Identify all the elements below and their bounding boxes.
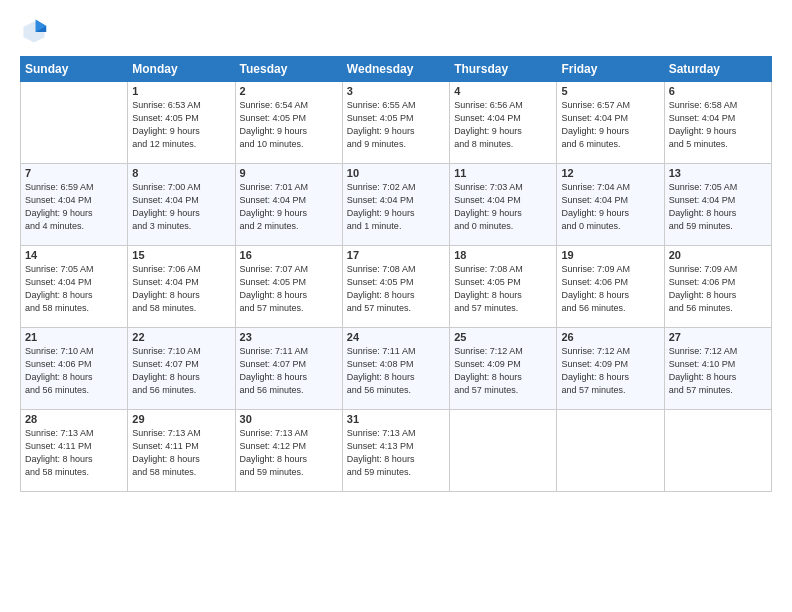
day-number: 27 bbox=[669, 331, 767, 343]
day-number: 15 bbox=[132, 249, 230, 261]
day-info: Sunrise: 7:08 AMSunset: 4:05 PMDaylight:… bbox=[347, 263, 445, 315]
day-info: Sunrise: 6:59 AMSunset: 4:04 PMDaylight:… bbox=[25, 181, 123, 233]
day-info: Sunrise: 7:12 AMSunset: 4:09 PMDaylight:… bbox=[454, 345, 552, 397]
day-info: Sunrise: 7:07 AMSunset: 4:05 PMDaylight:… bbox=[240, 263, 338, 315]
calendar-cell bbox=[21, 82, 128, 164]
day-info: Sunrise: 7:00 AMSunset: 4:04 PMDaylight:… bbox=[132, 181, 230, 233]
day-info: Sunrise: 6:58 AMSunset: 4:04 PMDaylight:… bbox=[669, 99, 767, 151]
day-info: Sunrise: 6:56 AMSunset: 4:04 PMDaylight:… bbox=[454, 99, 552, 151]
day-info: Sunrise: 7:12 AMSunset: 4:09 PMDaylight:… bbox=[561, 345, 659, 397]
calendar-cell: 29Sunrise: 7:13 AMSunset: 4:11 PMDayligh… bbox=[128, 410, 235, 492]
day-number: 20 bbox=[669, 249, 767, 261]
calendar-cell bbox=[557, 410, 664, 492]
day-number: 13 bbox=[669, 167, 767, 179]
day-info: Sunrise: 7:05 AMSunset: 4:04 PMDaylight:… bbox=[25, 263, 123, 315]
day-info: Sunrise: 7:08 AMSunset: 4:05 PMDaylight:… bbox=[454, 263, 552, 315]
day-info: Sunrise: 7:12 AMSunset: 4:10 PMDaylight:… bbox=[669, 345, 767, 397]
weekday-header-thursday: Thursday bbox=[450, 57, 557, 82]
day-number: 25 bbox=[454, 331, 552, 343]
calendar-cell bbox=[664, 410, 771, 492]
day-number: 1 bbox=[132, 85, 230, 97]
calendar-cell: 27Sunrise: 7:12 AMSunset: 4:10 PMDayligh… bbox=[664, 328, 771, 410]
day-number: 11 bbox=[454, 167, 552, 179]
day-info: Sunrise: 7:03 AMSunset: 4:04 PMDaylight:… bbox=[454, 181, 552, 233]
day-number: 6 bbox=[669, 85, 767, 97]
day-info: Sunrise: 7:10 AMSunset: 4:07 PMDaylight:… bbox=[132, 345, 230, 397]
calendar-cell: 1Sunrise: 6:53 AMSunset: 4:05 PMDaylight… bbox=[128, 82, 235, 164]
day-number: 3 bbox=[347, 85, 445, 97]
day-info: Sunrise: 7:02 AMSunset: 4:04 PMDaylight:… bbox=[347, 181, 445, 233]
day-number: 17 bbox=[347, 249, 445, 261]
calendar-cell: 19Sunrise: 7:09 AMSunset: 4:06 PMDayligh… bbox=[557, 246, 664, 328]
weekday-header-friday: Friday bbox=[557, 57, 664, 82]
day-number: 16 bbox=[240, 249, 338, 261]
calendar-cell: 2Sunrise: 6:54 AMSunset: 4:05 PMDaylight… bbox=[235, 82, 342, 164]
weekday-header-saturday: Saturday bbox=[664, 57, 771, 82]
calendar-cell: 9Sunrise: 7:01 AMSunset: 4:04 PMDaylight… bbox=[235, 164, 342, 246]
day-number: 8 bbox=[132, 167, 230, 179]
day-info: Sunrise: 7:09 AMSunset: 4:06 PMDaylight:… bbox=[561, 263, 659, 315]
calendar-cell: 11Sunrise: 7:03 AMSunset: 4:04 PMDayligh… bbox=[450, 164, 557, 246]
day-info: Sunrise: 6:55 AMSunset: 4:05 PMDaylight:… bbox=[347, 99, 445, 151]
day-number: 31 bbox=[347, 413, 445, 425]
day-info: Sunrise: 7:09 AMSunset: 4:06 PMDaylight:… bbox=[669, 263, 767, 315]
day-info: Sunrise: 7:13 AMSunset: 4:11 PMDaylight:… bbox=[25, 427, 123, 479]
day-info: Sunrise: 6:57 AMSunset: 4:04 PMDaylight:… bbox=[561, 99, 659, 151]
day-number: 30 bbox=[240, 413, 338, 425]
calendar-week-row: 28Sunrise: 7:13 AMSunset: 4:11 PMDayligh… bbox=[21, 410, 772, 492]
day-info: Sunrise: 7:11 AMSunset: 4:08 PMDaylight:… bbox=[347, 345, 445, 397]
calendar-cell: 23Sunrise: 7:11 AMSunset: 4:07 PMDayligh… bbox=[235, 328, 342, 410]
calendar-cell: 30Sunrise: 7:13 AMSunset: 4:12 PMDayligh… bbox=[235, 410, 342, 492]
day-number: 7 bbox=[25, 167, 123, 179]
calendar-cell: 5Sunrise: 6:57 AMSunset: 4:04 PMDaylight… bbox=[557, 82, 664, 164]
calendar-cell: 17Sunrise: 7:08 AMSunset: 4:05 PMDayligh… bbox=[342, 246, 449, 328]
day-number: 4 bbox=[454, 85, 552, 97]
calendar-cell: 4Sunrise: 6:56 AMSunset: 4:04 PMDaylight… bbox=[450, 82, 557, 164]
day-number: 29 bbox=[132, 413, 230, 425]
calendar-cell: 22Sunrise: 7:10 AMSunset: 4:07 PMDayligh… bbox=[128, 328, 235, 410]
day-info: Sunrise: 6:53 AMSunset: 4:05 PMDaylight:… bbox=[132, 99, 230, 151]
page: SundayMondayTuesdayWednesdayThursdayFrid… bbox=[0, 0, 792, 612]
day-info: Sunrise: 7:04 AMSunset: 4:04 PMDaylight:… bbox=[561, 181, 659, 233]
calendar-cell: 10Sunrise: 7:02 AMSunset: 4:04 PMDayligh… bbox=[342, 164, 449, 246]
calendar-cell: 24Sunrise: 7:11 AMSunset: 4:08 PMDayligh… bbox=[342, 328, 449, 410]
day-number: 23 bbox=[240, 331, 338, 343]
calendar-cell: 3Sunrise: 6:55 AMSunset: 4:05 PMDaylight… bbox=[342, 82, 449, 164]
calendar-cell: 12Sunrise: 7:04 AMSunset: 4:04 PMDayligh… bbox=[557, 164, 664, 246]
day-number: 28 bbox=[25, 413, 123, 425]
calendar-cell: 18Sunrise: 7:08 AMSunset: 4:05 PMDayligh… bbox=[450, 246, 557, 328]
header bbox=[20, 18, 772, 46]
weekday-header-row: SundayMondayTuesdayWednesdayThursdayFrid… bbox=[21, 57, 772, 82]
calendar-cell: 13Sunrise: 7:05 AMSunset: 4:04 PMDayligh… bbox=[664, 164, 771, 246]
calendar-cell: 28Sunrise: 7:13 AMSunset: 4:11 PMDayligh… bbox=[21, 410, 128, 492]
day-info: Sunrise: 7:13 AMSunset: 4:12 PMDaylight:… bbox=[240, 427, 338, 479]
calendar-cell: 21Sunrise: 7:10 AMSunset: 4:06 PMDayligh… bbox=[21, 328, 128, 410]
day-info: Sunrise: 7:10 AMSunset: 4:06 PMDaylight:… bbox=[25, 345, 123, 397]
day-number: 26 bbox=[561, 331, 659, 343]
calendar-cell: 15Sunrise: 7:06 AMSunset: 4:04 PMDayligh… bbox=[128, 246, 235, 328]
weekday-header-tuesday: Tuesday bbox=[235, 57, 342, 82]
day-number: 12 bbox=[561, 167, 659, 179]
day-number: 10 bbox=[347, 167, 445, 179]
calendar-week-row: 1Sunrise: 6:53 AMSunset: 4:05 PMDaylight… bbox=[21, 82, 772, 164]
calendar-week-row: 21Sunrise: 7:10 AMSunset: 4:06 PMDayligh… bbox=[21, 328, 772, 410]
day-info: Sunrise: 7:13 AMSunset: 4:11 PMDaylight:… bbox=[132, 427, 230, 479]
calendar-cell: 14Sunrise: 7:05 AMSunset: 4:04 PMDayligh… bbox=[21, 246, 128, 328]
calendar-cell: 16Sunrise: 7:07 AMSunset: 4:05 PMDayligh… bbox=[235, 246, 342, 328]
calendar-week-row: 14Sunrise: 7:05 AMSunset: 4:04 PMDayligh… bbox=[21, 246, 772, 328]
day-info: Sunrise: 7:06 AMSunset: 4:04 PMDaylight:… bbox=[132, 263, 230, 315]
weekday-header-sunday: Sunday bbox=[21, 57, 128, 82]
day-info: Sunrise: 7:05 AMSunset: 4:04 PMDaylight:… bbox=[669, 181, 767, 233]
calendar-cell: 20Sunrise: 7:09 AMSunset: 4:06 PMDayligh… bbox=[664, 246, 771, 328]
weekday-header-monday: Monday bbox=[128, 57, 235, 82]
day-number: 21 bbox=[25, 331, 123, 343]
day-number: 22 bbox=[132, 331, 230, 343]
logo bbox=[20, 18, 52, 46]
day-number: 5 bbox=[561, 85, 659, 97]
day-number: 14 bbox=[25, 249, 123, 261]
calendar-cell: 26Sunrise: 7:12 AMSunset: 4:09 PMDayligh… bbox=[557, 328, 664, 410]
day-info: Sunrise: 7:13 AMSunset: 4:13 PMDaylight:… bbox=[347, 427, 445, 479]
day-number: 19 bbox=[561, 249, 659, 261]
day-number: 2 bbox=[240, 85, 338, 97]
calendar-cell: 8Sunrise: 7:00 AMSunset: 4:04 PMDaylight… bbox=[128, 164, 235, 246]
